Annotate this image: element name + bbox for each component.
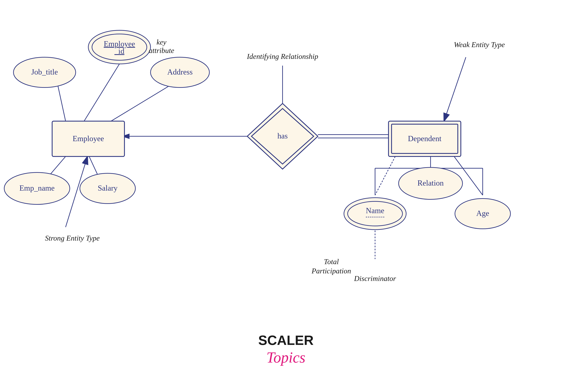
annotation-discriminator: Discriminator bbox=[354, 274, 396, 283]
line-empid-employee bbox=[84, 64, 119, 121]
line-dependent-name bbox=[375, 156, 395, 195]
empid-label2: _id bbox=[114, 47, 125, 55]
line-weak-entity-arrow bbox=[444, 57, 466, 121]
annotation-strong-entity-type: Strong Entity Type bbox=[45, 234, 100, 242]
annotation-total-participation2: Participation bbox=[312, 267, 351, 275]
annotation-total-participation1: Total bbox=[324, 258, 339, 266]
salary-label: Salary bbox=[98, 184, 118, 192]
address-label: Address bbox=[167, 68, 193, 76]
age-label: Age bbox=[476, 209, 489, 217]
name-dots: ·········· bbox=[365, 213, 385, 221]
line-address-employee bbox=[111, 82, 175, 121]
line-jobtitle-employee bbox=[57, 82, 65, 121]
has-label: has bbox=[277, 131, 287, 140]
annotation-weak-entity-type: Weak Entity Type bbox=[454, 41, 505, 49]
empname-label: Emp_name bbox=[19, 184, 55, 192]
relation-label: Relation bbox=[417, 179, 444, 187]
diagram-container: Employee Dependent has Employee _id Job_… bbox=[0, 0, 572, 392]
annotation-identifying-relationship: Identifying Relationship bbox=[247, 52, 318, 61]
annotation-key-attribute: key bbox=[157, 38, 166, 46]
jobtitle-label: Job_title bbox=[31, 68, 58, 76]
employee-label: Employee bbox=[73, 134, 104, 143]
branding-scaler: SCALER bbox=[258, 333, 314, 348]
annotation-key-attribute2: attribute bbox=[149, 47, 174, 55]
dependent-label: Dependent bbox=[408, 134, 441, 143]
branding-topics: Topics bbox=[266, 349, 305, 366]
